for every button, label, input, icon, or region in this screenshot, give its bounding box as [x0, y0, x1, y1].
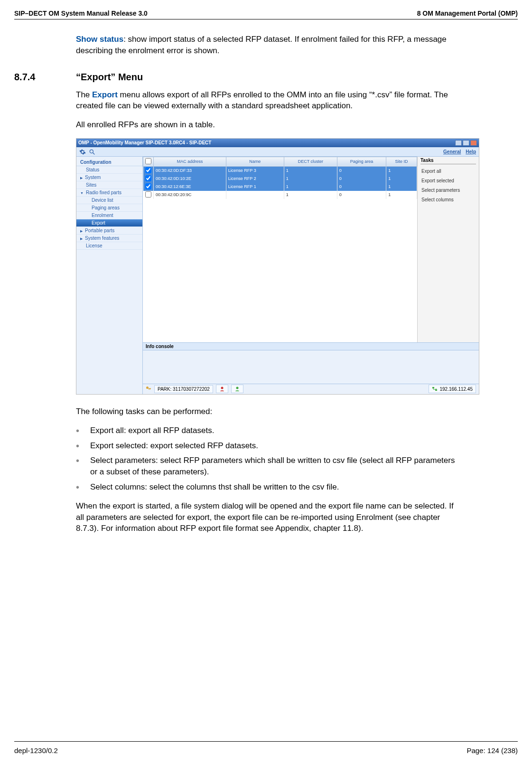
export-started-paragraph: When the export is started, a file syste… [76, 500, 463, 534]
tasks-intro-paragraph: The following tasks can be performed: [76, 406, 463, 417]
bullet-select-parameters: • Select parameters: select RFP paramete… [76, 455, 463, 478]
bullet-dot-icon: • [76, 455, 90, 478]
show-status-text: : show import status of a selected RFP d… [76, 35, 447, 55]
col-mac[interactable]: MAC address [154, 157, 226, 166]
task-bullet-list: • Export all: export all RFP datasets. •… [76, 425, 463, 493]
close-button[interactable] [470, 140, 477, 146]
sidebar-item-enrolment[interactable]: Enrolment [76, 212, 142, 219]
window-title: OMP - OpenMobility Manager SIP-DECT 3.0R… [78, 140, 211, 145]
svg-point-0 [90, 150, 93, 153]
sidebar-item-paging-areas[interactable]: Paging areas [76, 204, 142, 212]
user-green-icon [234, 386, 240, 392]
sidebar-item-rfp[interactable]: Radio fixed parts [76, 189, 142, 197]
sidebar-item-export[interactable]: Export [76, 219, 142, 227]
task-select-parameters[interactable]: Select parameters [420, 186, 476, 196]
table-row[interactable]: 00:30:42:0D:DF:33 License RFP 3 1 0 1 [143, 166, 417, 175]
header-right: 8 OM Management Portal (OMP) [417, 9, 518, 17]
row-checkbox[interactable] [145, 175, 151, 181]
sidebar-item-status[interactable]: Status [76, 166, 142, 174]
sidebar-item-system[interactable]: System [76, 174, 142, 181]
footer-left: depl-1230/0.2 [14, 746, 58, 755]
footer-right: Page: 124 (238) [467, 746, 518, 755]
row-checkbox[interactable] [145, 191, 151, 198]
ip-block: 192.166.112.45 [429, 385, 476, 393]
maximize-button[interactable] [463, 140, 469, 146]
bullet-export-selected: • Export selected: export selected RFP d… [76, 440, 463, 452]
export-label: Export [92, 90, 118, 99]
sidebar-header: Configuration [76, 159, 142, 166]
sidebar-item-device-list[interactable]: Device list [76, 197, 142, 204]
sidebar-item-license[interactable]: License [76, 242, 142, 250]
key-icon [146, 386, 151, 392]
section-title: “Export” Menu [76, 72, 143, 83]
table-row[interactable]: 00:30:42:12:6E:3E License RFP 1 1 0 1 [143, 183, 417, 191]
tasks-header: Tasks [420, 158, 476, 164]
row-checkbox[interactable] [145, 183, 151, 189]
svg-point-2 [221, 387, 223, 389]
user-red-icon [219, 386, 225, 392]
page-header: SIP–DECT OM System Manual Release 3.0 8 … [14, 9, 518, 19]
omp-screenshot: OMP - OpenMobility Manager SIP-DECT 3.0R… [76, 138, 479, 395]
park-block: PARK: 31170307272202 [154, 385, 213, 393]
window-titlebar: OMP - OpenMobility Manager SIP-DECT 3.0R… [76, 139, 479, 147]
section-number: 8.7.4 [14, 72, 76, 83]
info-console-header: Info console [143, 342, 479, 350]
bullet-select-columns: • Select columns: select the columns ths… [76, 481, 463, 493]
row-checkbox[interactable] [145, 167, 151, 173]
rfp-table: MAC address Name DECT cluster Paging are… [143, 157, 417, 199]
col-name[interactable]: Name [226, 157, 284, 166]
toolbar-link-help[interactable]: Help [466, 149, 476, 154]
status-bar: PARK: 31170307272202 192.166.112.45 [143, 384, 479, 394]
export-menu-paragraph: The Export menu allows export of all RFP… [76, 89, 463, 112]
minimize-button[interactable] [455, 140, 462, 146]
bullet-dot-icon: • [76, 481, 90, 493]
show-status-paragraph: Show status: show import status of a sel… [76, 34, 463, 57]
col-cluster[interactable]: DECT cluster [284, 157, 337, 166]
col-paging[interactable]: Paging area [337, 157, 386, 166]
sidebar-item-portable-parts[interactable]: Portable parts [76, 227, 142, 235]
svg-line-1 [93, 153, 95, 155]
svg-rect-4 [432, 387, 434, 388]
toolbar: General Help [76, 147, 479, 157]
status-icon-block-2 [231, 385, 243, 393]
col-checkbox[interactable] [143, 157, 154, 166]
sidebar-item-sites[interactable]: Sites [76, 181, 142, 189]
toolbar-link-general[interactable]: General [443, 149, 461, 154]
bullet-dot-icon: • [76, 425, 90, 436]
gear-icon[interactable] [79, 149, 85, 154]
info-console-body [143, 350, 479, 384]
page-footer: depl-1230/0.2 Page: 124 (238) [14, 741, 518, 755]
status-icon-block-1 [216, 385, 228, 393]
bullet-dot-icon: • [76, 440, 90, 452]
show-status-label: Show status [76, 35, 123, 44]
sidebar-item-system-features[interactable]: System features [76, 235, 142, 242]
task-select-columns[interactable]: Select columns [420, 196, 476, 205]
rfp-table-paragraph: All enrolled RFPs are shown in a table. [76, 119, 463, 131]
table-row[interactable]: 00:30:42:0D:10:2E License RFP 2 1 0 1 [143, 175, 417, 183]
network-icon [432, 386, 438, 392]
section-heading: 8.7.4 “Export” Menu [14, 72, 463, 83]
task-export-all[interactable]: Export all [420, 167, 476, 177]
table-row[interactable]: 00:30:42:0D:20:9C 1 0 1 [143, 191, 417, 199]
col-site[interactable]: Site ID [386, 157, 417, 166]
svg-point-3 [236, 387, 238, 389]
search-icon[interactable] [89, 149, 94, 154]
bullet-export-all: • Export all: export all RFP datasets. [76, 425, 463, 436]
sidebar: Configuration Status System Sites Radio … [76, 157, 143, 394]
header-left: SIP–DECT OM System Manual Release 3.0 [14, 9, 148, 17]
task-export-selected[interactable]: Export selected [420, 177, 476, 186]
tasks-panel: Tasks Export all Export selected Select … [417, 157, 479, 342]
